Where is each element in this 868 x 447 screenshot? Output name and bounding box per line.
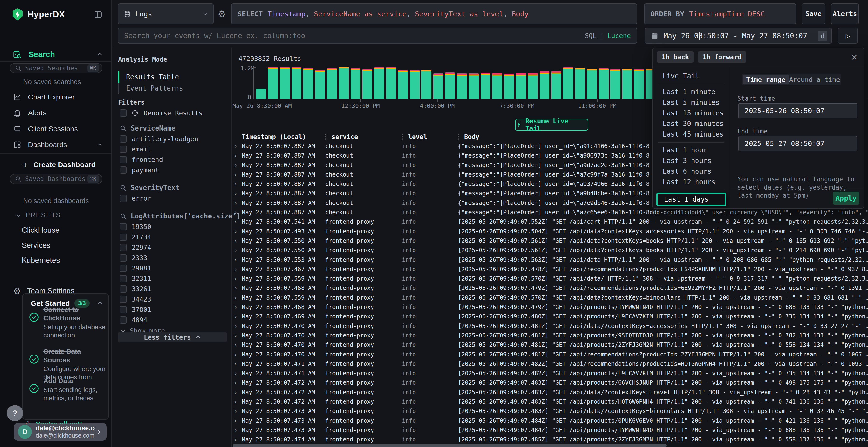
expand-chevron-icon[interactable]: › (232, 321, 242, 331)
order-by-input[interactable]: ORDER BY TimestampTime DESC (644, 3, 796, 24)
histogram-bar[interactable] (480, 73, 490, 99)
expand-chevron-icon[interactable]: › (232, 397, 242, 407)
help-button[interactable]: ? (7, 405, 23, 421)
time-option-last-3-hours[interactable]: Last 3 hours (653, 156, 730, 166)
expand-chevron-icon[interactable]: › (232, 170, 242, 179)
filter-value-row[interactable]: 19350 (120, 223, 226, 231)
sidebar-item-search[interactable]: Search (0, 48, 112, 61)
search-icon[interactable] (120, 184, 127, 192)
filter-checkbox[interactable] (120, 156, 127, 163)
expand-chevron-icon[interactable]: › (232, 378, 242, 387)
column-resize-handle[interactable] (402, 134, 403, 140)
table-row[interactable]: ›May 27 8:50:07.468 AMfrontend-proxyinfo… (232, 303, 868, 312)
expand-chevron-icon[interactable]: › (232, 350, 242, 359)
expand-chevron-icon[interactable]: › (232, 208, 242, 217)
column-header-timestamp[interactable]: Timestamp (Local) (242, 133, 325, 140)
table-row[interactable]: ›May 27 8:50:07.472 AMfrontend-proxyinfo… (232, 388, 868, 397)
expand-chevron-icon[interactable]: › (232, 416, 242, 425)
histogram-bar[interactable] (374, 67, 384, 99)
tab-time-range[interactable]: Time range (743, 75, 789, 84)
column-header-level[interactable]: level (402, 133, 458, 140)
histogram-bar[interactable] (563, 67, 573, 99)
table-row[interactable]: ›May 27 8:50:07.550 AMfrontend-proxyinfo… (232, 236, 868, 246)
filter-value-row[interactable]: 22974 (120, 244, 226, 251)
select-query-input[interactable]: SELECT Timestamp, ServiceName as service… (231, 3, 637, 24)
sidebar-collapse-icon[interactable] (94, 10, 103, 19)
close-icon[interactable]: × (850, 52, 858, 62)
histogram-bar[interactable] (516, 73, 526, 99)
table-row[interactable]: ›May 27 8:50:07.541 AMfrontend-proxyinfo… (232, 217, 868, 227)
expand-chevron-icon[interactable]: › (232, 388, 242, 397)
saved-searches-field[interactable] (25, 65, 87, 72)
histogram-bar[interactable] (587, 69, 597, 99)
filter-value-row[interactable]: 21734 (120, 233, 226, 241)
filter-value-row[interactable]: 37801 (120, 306, 226, 313)
histogram-bar[interactable] (599, 68, 609, 99)
preset-item-kubernetes[interactable]: Kubernetes (22, 256, 60, 265)
expand-chevron-icon[interactable]: › (232, 340, 242, 350)
expand-chevron-icon[interactable]: › (232, 246, 242, 255)
histogram-bar[interactable] (291, 67, 301, 99)
sidebar-item-chart-explorer[interactable]: Chart Explorer (0, 90, 112, 105)
user-card[interactable]: D dale@clickhouse.com dale@clickhouse.co… (14, 423, 106, 441)
filter-value-row[interactable]: payment (120, 166, 226, 174)
expand-chevron-icon[interactable]: › (232, 407, 242, 416)
filter-checkbox[interactable] (120, 135, 127, 143)
sql-toggle[interactable]: SQL (585, 32, 596, 39)
source-select[interactable]: Logs (118, 3, 214, 24)
histogram-bar[interactable] (386, 67, 396, 99)
histogram-bar[interactable] (469, 73, 478, 99)
expand-chevron-icon[interactable]: › (232, 331, 242, 340)
histogram-bar[interactable] (445, 72, 455, 99)
table-row[interactable]: ›May 27 8:50:07.469 AMfrontend-proxyinfo… (232, 312, 868, 321)
start-time-input[interactable] (738, 103, 858, 118)
histogram-bar[interactable] (422, 70, 431, 99)
table-row[interactable]: ›May 27 8:50:07.470 AMfrontend-proxyinfo… (232, 350, 868, 359)
table-row[interactable]: ›May 27 8:50:07.493 AMfrontend-proxyinfo… (232, 227, 868, 236)
alerts-button[interactable]: Alerts (831, 3, 859, 24)
source-settings-gear-icon[interactable]: ⚙ (218, 9, 226, 19)
expand-chevron-icon[interactable]: › (232, 312, 242, 321)
filter-value-row[interactable]: 34423 (120, 296, 226, 303)
histogram-bar[interactable] (433, 73, 443, 99)
expand-chevron-icon[interactable]: › (232, 227, 242, 236)
time-option-last-45-minutes[interactable]: Last 45 minutes (653, 129, 730, 140)
expand-chevron-icon[interactable]: › (232, 274, 242, 283)
time-option-last-6-hours[interactable]: Last 6 hours (653, 166, 730, 177)
expand-chevron-icon[interactable]: › (232, 425, 242, 435)
chevron-up-icon[interactable] (96, 141, 103, 148)
sidebar-item-alerts[interactable]: Alerts (0, 105, 112, 121)
histogram-bar[interactable] (280, 67, 289, 99)
filter-value-row[interactable]: 33261 (120, 285, 226, 293)
table-row[interactable]: ›May 27 8:50:07.472 AMfrontend-proxyinfo… (232, 397, 868, 407)
table-row[interactable]: ›May 27 8:50:07.471 AMfrontend-proxyinfo… (232, 359, 868, 369)
search-icon[interactable] (120, 125, 127, 132)
get-started-item[interactable]: Add DataStart sending logs, metrics, or … (28, 377, 106, 403)
saved-dashboards-field[interactable] (25, 175, 87, 182)
expand-chevron-icon[interactable]: › (232, 369, 242, 378)
create-dashboard-button[interactable]: + Create Dashboard (0, 159, 112, 171)
less-filters-button[interactable]: Less filters (118, 332, 227, 342)
analysis-mode-results-table[interactable]: Results Table (118, 71, 224, 82)
time-option-last-2-days[interactable]: Last 2 days (653, 208, 730, 209)
expand-chevron-icon[interactable]: › (232, 217, 242, 227)
time-option-last-15-minutes[interactable]: Last 15 minutes (653, 108, 730, 118)
filter-checkbox[interactable] (120, 195, 127, 202)
event-search-input[interactable] (124, 32, 585, 40)
table-row[interactable]: ›May 27 8:50:07.470 AMfrontend-proxyinfo… (232, 321, 868, 331)
expand-chevron-icon[interactable]: › (232, 179, 242, 189)
horizontal-scrollbar[interactable] (233, 444, 667, 447)
filter-checkbox[interactable] (120, 306, 127, 313)
filter-checkbox[interactable] (120, 254, 127, 262)
histogram-bar[interactable] (504, 74, 514, 99)
expand-chevron-icon[interactable]: › (232, 359, 242, 369)
filter-checkbox[interactable] (120, 244, 127, 251)
table-row[interactable]: ›May 27 8:50:07.473 AMfrontend-proxyinfo… (232, 416, 868, 425)
histogram-bar[interactable] (315, 70, 325, 99)
expand-chevron-icon[interactable]: › (232, 303, 242, 312)
filter-checkbox[interactable] (120, 316, 127, 324)
table-row[interactable]: ›May 27 8:50:07.887 AMcheckoutinfo{"mess… (232, 208, 868, 217)
table-row[interactable]: ›May 27 8:50:07.553 AMfrontend-proxyinfo… (232, 255, 868, 265)
get-started-item[interactable]: Connect to ClickHouseSet up your databas… (28, 305, 106, 340)
histogram-bar[interactable] (457, 73, 467, 99)
